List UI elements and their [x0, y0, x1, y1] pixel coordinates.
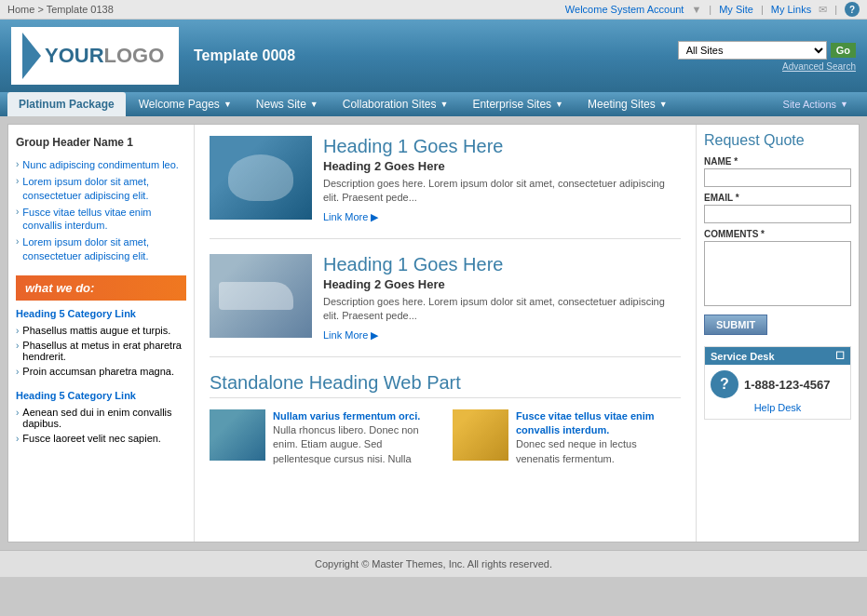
nav-item-enterprise[interactable]: Enterprise Sites ▼ — [461, 92, 575, 116]
category-link-list-2: › Aenean sed dui in enim convallis dapib… — [16, 405, 186, 446]
swimmer-figure — [228, 154, 293, 201]
nav-item-news-site[interactable]: News Site ▼ — [245, 92, 330, 116]
sidebar: Group Header Name 1 › Nunc adipiscing co… — [8, 125, 195, 542]
logo-triangle — [22, 33, 41, 79]
sidebar-category-1: Heading 5 Category Link › Phasellus matt… — [16, 308, 186, 379]
content-item-2: Heading 1 Goes Here Heading 2 Goes Here … — [210, 254, 681, 357]
list-item: › Phasellus mattis augue et turpis. — [16, 323, 186, 338]
sidebar-group-header: Group Header Name 1 — [16, 136, 186, 149]
list-item: › Lorem ipsum dolor sit amet, consectetu… — [16, 234, 186, 264]
webpart-image-swimmer — [210, 409, 265, 461]
list-item: › Nunc adipiscing condimentum leo. — [16, 156, 186, 173]
webpart-text-2: Fusce vitae tellus vitae enim convallis … — [516, 409, 681, 467]
content-heading2-2: Heading 2 Goes Here — [323, 277, 681, 291]
nav-item-welcome-pages[interactable]: Welcome Pages ▼ — [128, 92, 243, 116]
name-input[interactable] — [704, 168, 851, 187]
content-image-swimmer — [210, 136, 312, 220]
breadcrumb: Home > Template 0138 — [7, 4, 114, 15]
help-icon[interactable]: ? — [845, 2, 860, 17]
plane-body — [219, 282, 293, 310]
webpart-link-2[interactable]: Fusce vitae tellus vitae enim convallis … — [516, 410, 655, 435]
phone-number: 1-888-123-4567 — [744, 378, 831, 392]
header-search: All Sites Go Advanced Search — [678, 41, 856, 72]
arrow-right-icon: › — [16, 434, 19, 444]
logo: YOURLOGO — [45, 44, 164, 68]
chevron-down-icon: ▼ — [659, 100, 668, 109]
arrow-right-icon: › — [16, 408, 19, 418]
arrow-right-icon: ▶ — [371, 211, 378, 223]
content-heading1-2: Heading 1 Goes Here — [323, 254, 681, 275]
arrow-right-icon: › — [16, 159, 19, 169]
webpart-text-1: Nullam varius fermentum orci. Nulla rhon… — [273, 409, 438, 467]
header: YOURLOGO Template 0008 All Sites Go Adva… — [0, 20, 867, 92]
content-heading1-1: Heading 1 Goes Here — [323, 136, 681, 157]
service-desk-box: Service Desk ☐ ? 1-888-123-4567 Help Des… — [704, 346, 851, 420]
content-text-2: Heading 1 Goes Here Heading 2 Goes Here … — [323, 254, 681, 341]
my-site-link[interactable]: My Site — [719, 4, 753, 15]
site-actions-menu[interactable]: Site Actions ▼ — [772, 92, 860, 116]
list-item: › Fusce laoreet velit nec sapien. — [16, 431, 186, 446]
category-link-list-1: › Phasellus mattis augue et turpis. › Ph… — [16, 323, 186, 379]
category-heading-1[interactable]: Heading 5 Category Link — [16, 308, 186, 319]
submit-button[interactable]: SUBMIT — [704, 315, 767, 335]
chevron-down-icon: ▼ — [310, 100, 318, 109]
list-item: › Phasellus at metus in erat pharetra he… — [16, 338, 186, 364]
sidebar-link-list: › Nunc adipiscing condimentum leo. › Lor… — [16, 156, 186, 264]
sidebar-category-2: Heading 5 Category Link › Aenean sed dui… — [16, 390, 186, 446]
search-go-button[interactable]: Go — [831, 43, 856, 58]
content-text-1: Heading 1 Goes Here Heading 2 Goes Here … — [323, 136, 681, 223]
link-more-2[interactable]: Link More ▶ — [323, 329, 681, 341]
nav-item-collaboration[interactable]: Collaboration Sites ▼ — [332, 92, 460, 116]
arrow-right-icon: › — [16, 341, 19, 351]
webpart-item-1: Nullam varius fermentum orci. Nulla rhon… — [210, 409, 438, 467]
link-more-1[interactable]: Link More ▶ — [323, 211, 681, 223]
minimize-icon[interactable]: ☐ — [835, 350, 845, 362]
footer-text: Copyright © Master Themes, Inc. All righ… — [315, 558, 552, 569]
nav-item-platinum[interactable]: Platinum Package — [7, 92, 126, 116]
search-select[interactable]: All Sites — [678, 41, 827, 60]
my-links-link[interactable]: My Links — [771, 4, 811, 15]
list-item: › Aenean sed dui in enim convallis dapib… — [16, 405, 186, 431]
main-container: Group Header Name 1 › Nunc adipiscing co… — [7, 124, 860, 542]
webpart-link-1[interactable]: Nullam varius fermentum orci. — [273, 410, 420, 422]
service-desk-header: Service Desk ☐ — [705, 347, 850, 365]
content-image-plane — [210, 254, 312, 338]
webpart-item-2: Fusce vitae tellus vitae enim convallis … — [453, 409, 681, 467]
chevron-down-icon: ▼ — [555, 100, 563, 109]
content-area: Heading 1 Goes Here Heading 2 Goes Here … — [195, 125, 696, 542]
arrow-right-icon: › — [16, 207, 19, 217]
comments-label: COMMENTS * — [704, 229, 851, 239]
sidebar-link-3[interactable]: Fusce vitae tellus vitae enim convallis … — [22, 206, 186, 233]
content-heading2-1: Heading 2 Goes Here — [323, 159, 681, 173]
content-description-2: Description goes here. Lorem ipsum dolor… — [323, 295, 681, 324]
sidebar-link-1[interactable]: Nunc adipiscing condimentum leo. — [22, 158, 179, 171]
what-we-do-box: what we do: — [16, 275, 186, 301]
sidebar-link-2[interactable]: Lorem ipsum dolor sit amet, consectetuer… — [22, 175, 186, 202]
template-title: Template 0008 — [194, 47, 663, 64]
nav-bar: Platinum Package Welcome Pages ▼ News Si… — [0, 92, 867, 116]
arrow-right-icon: › — [16, 326, 19, 336]
standalone-heading: Standalone Heading Web Part — [210, 372, 681, 398]
name-label: NAME * — [704, 156, 851, 167]
sidebar-link-4[interactable]: Lorem ipsum dolor sit amet, consectetuer… — [22, 235, 186, 262]
advanced-search-link[interactable]: Advanced Search — [782, 61, 856, 72]
comments-textarea[interactable] — [704, 241, 851, 306]
top-bar: Home > Template 0138 Welcome System Acco… — [0, 0, 867, 20]
list-item: › Fusce vitae tellus vitae enim convalli… — [16, 204, 186, 234]
arrow-right-icon: › — [16, 176, 19, 186]
arrow-right-icon: › — [16, 367, 19, 377]
email-label: EMAIL * — [704, 193, 851, 203]
top-bar-right: Welcome System Account ▼ | My Site | My … — [565, 2, 860, 17]
help-desk-link[interactable]: Help Desk — [711, 402, 845, 413]
arrow-right-icon: ▶ — [371, 329, 378, 341]
logo-box: YOURLOGO — [11, 27, 179, 85]
help-icon: ? — [711, 370, 738, 398]
category-heading-2[interactable]: Heading 5 Category Link — [16, 390, 186, 401]
email-input[interactable] — [704, 205, 851, 223]
content-item-1: Heading 1 Goes Here Heading 2 Goes Here … — [210, 136, 681, 239]
chevron-down-icon: ▼ — [440, 100, 448, 109]
request-quote-box: Request Quote NAME * EMAIL * COMMENTS * … — [704, 132, 851, 335]
nav-item-meeting[interactable]: Meeting Sites ▼ — [576, 92, 679, 116]
welcome-user[interactable]: Welcome System Account — [565, 4, 684, 15]
webpart-image-food — [453, 409, 508, 461]
